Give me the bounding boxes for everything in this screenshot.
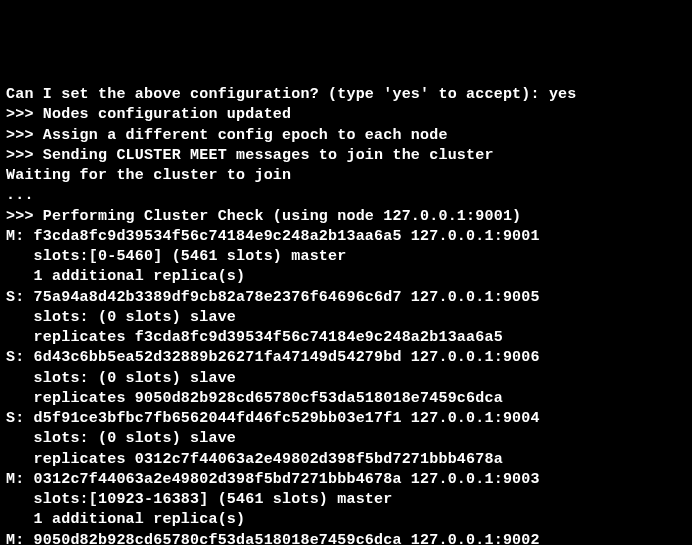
terminal-line: Waiting for the cluster to join [6,166,686,186]
terminal-line: M: 9050d82b928cd65780cf53da518018e7459c6… [6,531,686,546]
terminal-line: S: 6d43c6bb5ea52d32889b26271fa47149d5427… [6,348,686,368]
terminal-line: >>> Sending CLUSTER MEET messages to joi… [6,146,686,166]
terminal-line: M: 0312c7f44063a2e49802d398f5bd7271bbb46… [6,470,686,490]
terminal-line: 1 additional replica(s) [6,267,686,287]
terminal-line: >>> Nodes configuration updated [6,105,686,125]
terminal-line: replicates 0312c7f44063a2e49802d398f5bd7… [6,450,686,470]
terminal-line: replicates 9050d82b928cd65780cf53da51801… [6,389,686,409]
terminal-output[interactable]: Can I set the above configuration? (type… [6,85,686,545]
terminal-line: S: d5f91ce3bfbc7fb6562044fd46fc529bb03e1… [6,409,686,429]
terminal-line: 1 additional replica(s) [6,510,686,530]
terminal-line: slots: (0 slots) slave [6,369,686,389]
terminal-line: slots: (0 slots) slave [6,308,686,328]
terminal-line: S: 75a94a8d42b3389df9cb82a78e2376f64696c… [6,288,686,308]
terminal-line: replicates f3cda8fc9d39534f56c74184e9c24… [6,328,686,348]
terminal-line: M: f3cda8fc9d39534f56c74184e9c248a2b13aa… [6,227,686,247]
terminal-line: slots:[0-5460] (5461 slots) master [6,247,686,267]
terminal-line: ... [6,186,686,206]
terminal-line: >>> Performing Cluster Check (using node… [6,207,686,227]
terminal-line: >>> Assign a different config epoch to e… [6,126,686,146]
terminal-line: slots:[10923-16383] (5461 slots) master [6,490,686,510]
terminal-line: slots: (0 slots) slave [6,429,686,449]
terminal-line: Can I set the above configuration? (type… [6,85,686,105]
